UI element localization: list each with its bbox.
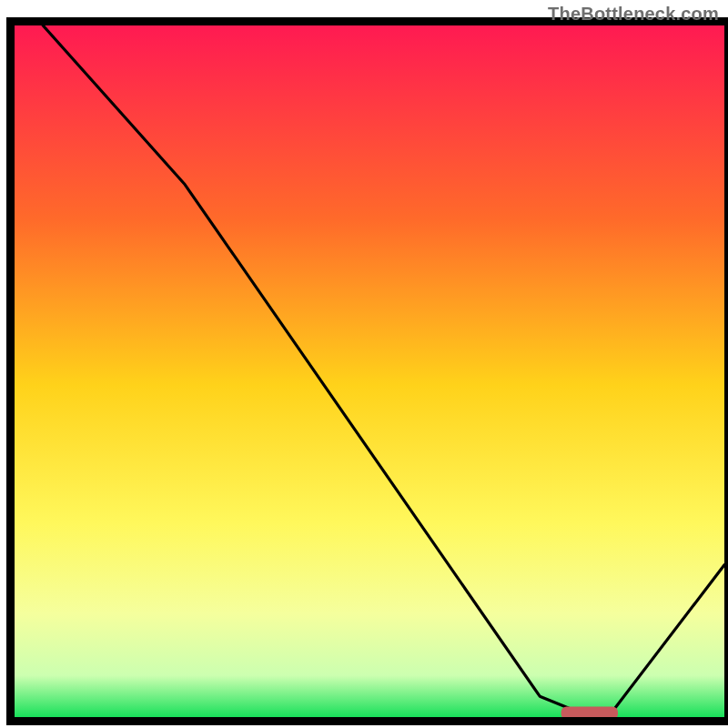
chart-container (0, 0, 728, 728)
gradient-background (15, 25, 724, 717)
bottleneck-chart (0, 0, 728, 728)
watermark-text: TheBottleneck.com (548, 4, 719, 25)
